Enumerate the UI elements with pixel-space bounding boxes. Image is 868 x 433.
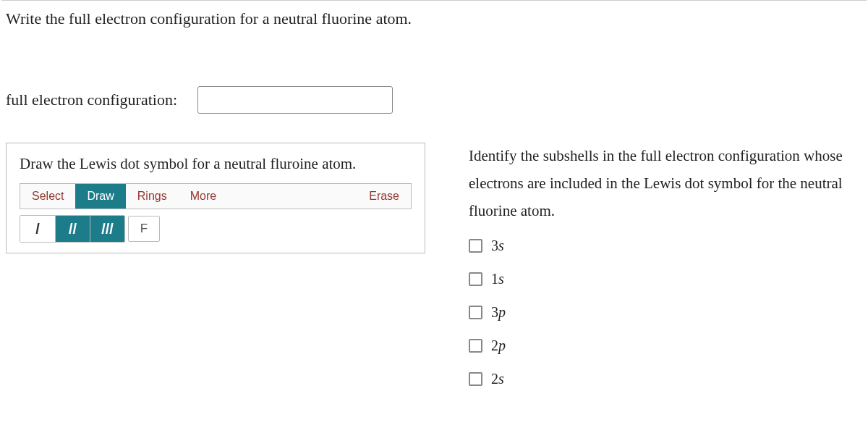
more-button[interactable]: More: [179, 184, 228, 209]
double-bond-tool[interactable]: //: [55, 216, 90, 242]
checkbox-3s[interactable]: [469, 239, 482, 253]
triple-bond-tool[interactable]: ///: [90, 216, 124, 242]
select-button[interactable]: Select: [20, 184, 75, 209]
list-item: 3p: [469, 295, 859, 329]
subshell-question-block: Identify the subshells in the full elect…: [469, 143, 859, 395]
subshell-question-text: Identify the subshells in the full elect…: [469, 143, 859, 224]
subshell-checklist: 3s 1s 3p 2p 2s: [469, 229, 859, 395]
checkbox-3p[interactable]: [469, 306, 482, 319]
lewis-toolbar: Select Draw Rings More Erase: [20, 183, 412, 209]
list-item: 2p: [469, 329, 859, 362]
draw-button[interactable]: Draw: [75, 184, 125, 209]
bond-tool-group: / // ///: [20, 215, 125, 243]
list-item: 2s: [469, 362, 859, 395]
question-prompt: Write the full electron configuration fo…: [0, 7, 868, 28]
toolbar-spacer: [228, 184, 357, 209]
electron-config-input[interactable]: [197, 86, 393, 114]
list-item: 3s: [469, 229, 859, 262]
lewis-tool-row: / // /// F: [20, 215, 412, 243]
rings-button[interactable]: Rings: [126, 184, 179, 209]
erase-button[interactable]: Erase: [357, 184, 411, 209]
option-label: 1s: [491, 266, 504, 292]
single-bond-tool[interactable]: /: [20, 216, 55, 242]
checkbox-2s[interactable]: [469, 372, 482, 386]
checkbox-1s[interactable]: [469, 272, 482, 286]
lewis-prompt: Draw the Lewis dot symbol for a neutral …: [7, 143, 425, 183]
checkbox-2p[interactable]: [469, 339, 482, 353]
input-label: full electron configuration:: [6, 91, 177, 109]
list-item: 1s: [469, 262, 859, 295]
divider-top: [1, 0, 867, 1]
option-label: 3s: [491, 232, 504, 258]
option-label: 2p: [491, 332, 506, 358]
config-input-row: full electron configuration:: [0, 28, 868, 143]
option-label: 2s: [491, 366, 504, 392]
lewis-drawing-panel: Draw the Lewis dot symbol for a neutral …: [6, 143, 425, 253]
option-label: 3p: [491, 299, 506, 325]
element-tool[interactable]: F: [128, 216, 160, 242]
